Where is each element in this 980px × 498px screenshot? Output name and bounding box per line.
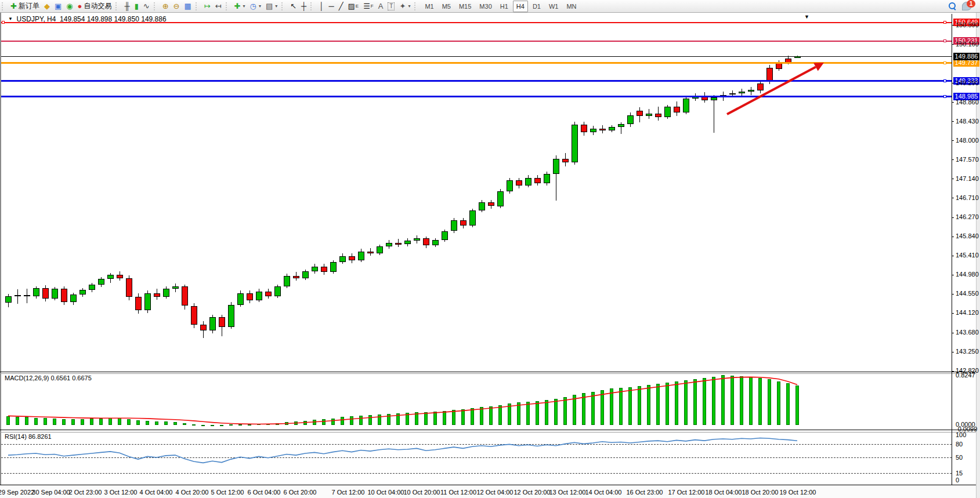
zoom-out-button[interactable]: ⊖ [171,1,182,12]
market-watch-icon: ▣ [55,1,62,12]
time-axis-label: 29 Sep 2022 [0,489,34,496]
rsi-level-dashed-line [1,444,952,445]
rsi-scale-label: 80 [956,441,963,448]
rsi-scale-label: 100 [956,431,966,438]
zoom-in-button[interactable]: ⊕ [160,1,171,12]
arrows-button[interactable]: ✦▾ [397,1,413,12]
indicators-dropdown-icon[interactable]: ▾ [243,3,245,9]
timeframe-w1-button[interactable]: W1 [545,1,562,12]
indicators-icon: ✚ [234,1,241,12]
time-axis: 29 Sep 202230 Sep 04:002 Oct 23:003 Oct … [0,485,976,498]
chart-candlesticks-button[interactable]: ▮ [132,1,141,12]
chart-shift-icon: ↤ [215,1,222,12]
vertical-line-button[interactable]: │ [317,1,326,12]
timeframe-m30-button[interactable]: M30 [476,1,495,12]
time-axis-label: 11 Oct 12:00 [440,489,476,496]
time-axis-label: 5 Oct 12:00 [211,489,244,496]
equidistant-channel-icon: ▨ [348,1,355,12]
tile-windows-button[interactable]: ▦ [182,1,194,12]
periods-dropdown-icon[interactable]: ▾ [259,3,261,9]
chart-line-button[interactable]: ∿ [141,1,152,12]
text-button[interactable]: A [376,1,386,12]
templates-button[interactable]: ▤▾ [263,1,280,12]
equidistant-channel-sub-label: E [356,3,359,9]
timeframe-h4-button[interactable]: H4 [513,1,528,12]
chart-title: ▼ USDJPY, H4 149.854 149.898 149.850 149… [8,15,167,23]
notification-badge: 1 [967,0,975,8]
auto-trading-button[interactable]: ●自动交易 [75,1,114,12]
rsi-scale-label: 50 [956,454,963,461]
notifications-icon[interactable]: 1 [962,2,972,10]
toolbar-separator [310,2,314,10]
horizontal-line-button[interactable]: ─ [326,1,336,12]
chart-shift-button[interactable]: ↤ [213,1,224,12]
fibonacci-button[interactable]: ☰F [361,1,376,12]
toolbar-separator [2,2,6,10]
timeframe-m1-button[interactable]: M1 [421,1,437,12]
timeframe-h1-button[interactable]: H1 [497,1,512,12]
time-axis-label: 2 Oct 23:00 [69,489,102,496]
horizontal-line-icon: ─ [328,1,334,12]
chart-candlesticks-icon: ▮ [135,1,139,12]
text-label-button[interactable]: T [385,1,397,12]
crosshair-button[interactable]: ┼ [299,1,309,12]
timeframe-m15-button[interactable]: M15 [455,1,475,12]
chart-bars-icon: ╫ [124,1,129,12]
chart-bars-button[interactable]: ╫ [122,1,132,12]
rsi-scale-label: 15 [956,470,963,477]
timeframe-d1-button[interactable]: D1 [529,1,544,12]
new-order-button[interactable]: ✚新订单 [8,1,42,12]
mt4-window: { "toolbar": { "groups": [ {"items":[ {"… [0,0,980,498]
timeframe-toolbar: M1M5M15M30H1H4D1W1MN [413,0,580,13]
time-axis-label: 4 Oct 20:00 [176,489,209,496]
templates-dropdown-icon[interactable]: ▾ [275,3,277,9]
auto-trading-label: 自动交易 [84,1,111,11]
rsi-level-dashed-line [1,473,952,474]
navigator-icon: ◉ [66,1,73,12]
equidistant-channel-button[interactable]: ▨E [346,1,361,12]
periods-icon: ◷ [250,1,256,12]
time-axis-label: 19 Oct 12:00 [780,489,816,496]
vertical-line-icon: │ [319,1,324,12]
navigator-button[interactable]: ◉ [64,1,75,12]
time-axis-label: 10 Oct 04:00 [368,489,404,496]
time-axis-label: 13 Oct 12:00 [549,489,586,496]
time-axis-label: 17 Oct 12:00 [668,489,705,496]
trendline-button[interactable]: ╱ [337,1,346,12]
zoom-out-icon: ⊖ [173,1,180,12]
text-icon: A [378,1,384,12]
cursor-icon: ↖ [290,1,296,12]
time-axis-label: 10 Oct 20:00 [404,489,440,496]
toolbar-separator [154,2,158,10]
chart-profiles-button[interactable]: ◆ [42,1,52,12]
rsi-level-dashed-line [1,457,952,458]
search-tail [953,8,956,10]
market-watch-button[interactable]: ▣ [52,1,64,12]
time-axis-label: 18 Oct 04:00 [706,489,742,496]
timeframe-mn-button[interactable]: MN [563,1,580,12]
chart-menu-triangle-icon: ▼ [8,16,13,21]
time-axis-label: 3 Oct 12:00 [104,489,138,496]
time-axis-label: 18 Oct 20:00 [742,489,779,496]
time-axis-label: 12 Oct 04:00 [477,489,513,496]
zoom-in-icon: ⊕ [162,1,169,12]
search-icon[interactable] [949,2,956,10]
toolbar-separator [196,2,200,10]
cursor-button[interactable]: ↖ [288,1,299,12]
rsi-layer: 1008050150 [0,13,980,498]
indicators-button[interactable]: ✚▾ [232,1,248,12]
periods-button[interactable]: ◷▾ [248,1,263,12]
timeframe-m5-button[interactable]: M5 [439,1,454,12]
toolbar-separator [226,2,230,10]
arrows-icon: ✦ [399,1,406,12]
chart-window[interactable]: ▼ USDJPY, H4 149.854 149.898 149.850 149… [0,13,980,498]
auto-scroll-button[interactable]: ↦ [202,1,213,12]
auto-scroll-icon: ↦ [204,1,211,12]
chart-profiles-icon: ◆ [44,1,50,12]
time-axis-label: 6 Oct 20:00 [284,489,317,496]
arrows-dropdown-icon[interactable]: ▾ [408,3,410,9]
chart-line-icon: ∿ [143,1,150,12]
crosshair-icon: ┼ [301,1,306,12]
time-axis-label: 14 Oct 04:00 [585,489,622,496]
toolbar-separator [281,2,285,10]
